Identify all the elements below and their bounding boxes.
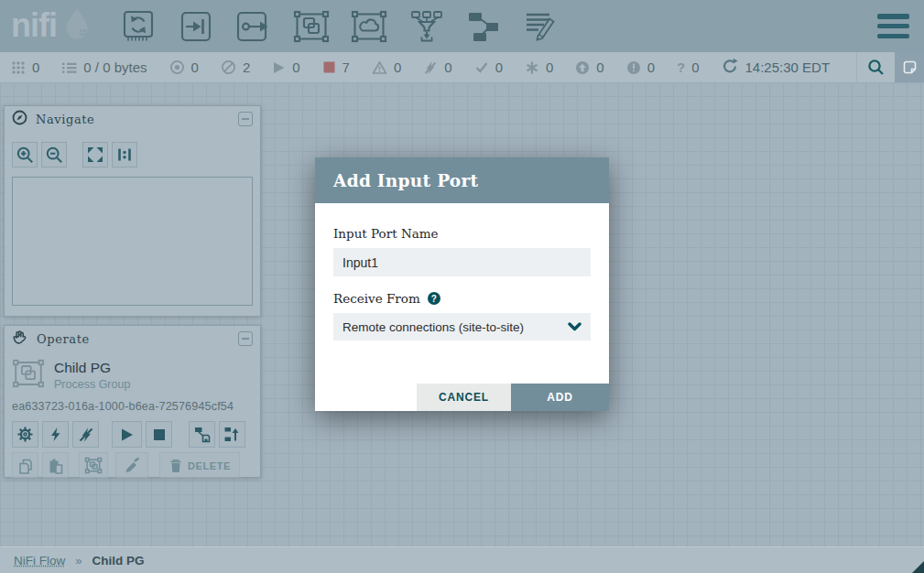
operate-palette: Operate Child PG Process Group (4, 325, 261, 478)
dialog-header: Add Input Port (315, 157, 609, 203)
up-to-date-check-icon (474, 60, 489, 74)
active-threads-count: 0 (32, 59, 39, 75)
stale-arrow-icon (575, 60, 590, 75)
navigate-collapse-button[interactable] (238, 112, 253, 126)
global-menu-button[interactable] (877, 14, 909, 38)
up-to-date-status: 0 (474, 59, 503, 75)
active-threads-icon (11, 60, 26, 75)
selected-component-id: ea633723-016a-1000-b6ea-72576945cf54 (12, 400, 253, 413)
flow-status-bar: 0 0 / 0 bytes 0 (0, 52, 924, 82)
sync-failure-count: 0 (691, 59, 699, 75)
stopped-status: 7 (322, 59, 350, 75)
create-template-button[interactable] (189, 421, 215, 448)
paste-button[interactable] (42, 452, 69, 479)
locally-modified-and-stale-count: 0 (647, 59, 655, 75)
disable-button[interactable] (72, 421, 99, 448)
zoom-in-button[interactable] (12, 142, 38, 168)
running-icon (272, 60, 286, 75)
locally-modified-and-stale-status: 0 (626, 59, 655, 75)
help-icon[interactable]: ? (428, 292, 440, 305)
component-toolbar: nifi (0, 0, 924, 52)
stale-count: 0 (596, 59, 603, 75)
locally-modified-status: 0 (525, 59, 553, 75)
disabled-count: 0 (444, 59, 451, 75)
input-port-name-label: Input Port Name (333, 203, 591, 241)
receive-from-dropdown[interactable]: Remote connections (site-to-site) (333, 313, 591, 341)
queued-count: 0 / 0 bytes (83, 59, 147, 75)
dialog-title: Add Input Port (333, 171, 478, 190)
navigate-controls (12, 142, 253, 168)
dialog-body: Input Port Name Receive From ? Remote co… (315, 203, 609, 411)
disabled-icon (423, 60, 438, 75)
invalid-icon (372, 60, 387, 75)
configuration-button[interactable] (12, 421, 38, 448)
not-transmitting-icon (221, 59, 236, 75)
breadcrumb-separator: » (75, 554, 82, 568)
sync-failure-status: ? 0 (677, 59, 700, 75)
nifi-logo: nifi (11, 5, 97, 48)
output-port-icon[interactable] (235, 9, 272, 44)
bulletin-board-button[interactable] (895, 52, 924, 82)
upload-template-button[interactable] (219, 421, 245, 448)
running-status: 0 (272, 59, 299, 75)
running-count: 0 (292, 59, 299, 75)
transmitting-count: 0 (191, 59, 199, 75)
fill-color-button[interactable] (115, 452, 148, 479)
last-refreshed-time: 14:25:30 EDT (745, 59, 831, 75)
resize-corner (912, 561, 924, 573)
hand-icon (12, 329, 28, 349)
stopped-square (323, 62, 334, 73)
operate-actions-row-2: DELETE (12, 452, 253, 479)
birdseye-minimap[interactable] (12, 177, 253, 306)
operate-collapse-button[interactable] (238, 331, 253, 346)
stop-button[interactable] (146, 421, 172, 448)
label-icon[interactable] (524, 9, 560, 44)
navigate-title: Navigate (36, 113, 94, 126)
input-port-name-field[interactable] (333, 248, 591, 276)
delete-button[interactable]: DELETE (159, 452, 240, 479)
add-button[interactable]: ADD (511, 384, 609, 411)
funnel-icon[interactable] (408, 9, 445, 44)
zoom-out-button[interactable] (41, 142, 67, 168)
cancel-button[interactable]: CANCEL (417, 384, 511, 411)
add-input-port-dialog: Add Input Port Input Port Name Receive F… (315, 157, 609, 411)
draggable-component-palette (120, 9, 560, 44)
invalid-status: 0 (372, 59, 401, 75)
chevron-down-icon (568, 319, 582, 335)
compass-icon (12, 110, 27, 129)
input-port-icon[interactable] (178, 9, 214, 44)
queued-status: 0 / 0 bytes (61, 59, 147, 75)
flow-canvas[interactable]: Navigate (0, 82, 924, 573)
queued-icon (61, 60, 77, 75)
not-transmitting-status: 2 (221, 59, 250, 75)
last-refreshed: 14:25:30 EDT (722, 58, 831, 77)
transmitting-icon (169, 59, 185, 75)
breadcrumb-current: Child PG (92, 554, 144, 568)
search-button[interactable] (856, 52, 895, 82)
locally-modified-asterisk-icon (525, 60, 539, 75)
stopped-count: 7 (342, 59, 350, 75)
locally-modified-count: 0 (546, 59, 553, 75)
disabled-status: 0 (423, 59, 451, 75)
stopped-icon (322, 60, 336, 74)
zoom-fit-button[interactable] (82, 142, 108, 168)
transmitting-status: 0 (169, 59, 199, 75)
processor-icon[interactable] (120, 9, 157, 44)
start-button[interactable] (112, 421, 142, 448)
zoom-actual-size-button[interactable] (112, 142, 137, 168)
nifi-logo-text: nifi (11, 9, 57, 42)
group-button[interactable] (79, 452, 108, 479)
selected-component-name: Child PG (54, 360, 130, 376)
refresh-icon[interactable] (722, 58, 738, 77)
breadcrumb-root-link[interactable]: NiFi Flow (14, 554, 65, 568)
active-threads-status: 0 (11, 59, 39, 75)
copy-button[interactable] (12, 452, 38, 479)
process-group-icon[interactable] (293, 9, 330, 44)
template-icon[interactable] (466, 9, 503, 44)
enable-button[interactable] (42, 421, 69, 448)
nifi-drop-icon (60, 5, 97, 48)
operate-title: Operate (37, 332, 90, 346)
remote-process-group-icon[interactable] (351, 9, 387, 44)
navigate-header: Navigate (5, 106, 260, 132)
dialog-buttons: CANCEL ADD (417, 384, 609, 411)
